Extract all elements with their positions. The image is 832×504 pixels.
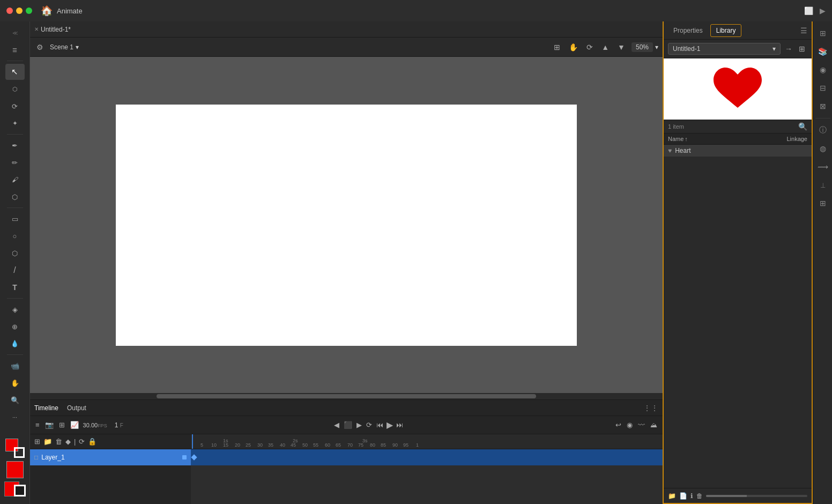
add-folder-btn[interactable]: 📁 [43, 438, 52, 446]
rect-tool[interactable]: ▭ [5, 211, 25, 227]
timeline-layers-row: ⊞ 📁 🗑 ◆ | ⟳ 🔒 □ Layer_1 [30, 434, 663, 504]
stage-canvas[interactable] [116, 105, 577, 346]
play-btn[interactable]: ▶ [387, 420, 393, 430]
frame-back-btn[interactable]: ⏮ [375, 420, 384, 430]
prev-frame-btn[interactable]: ◀ [333, 420, 340, 430]
rotate-icon[interactable]: ⟳ [584, 42, 595, 53]
collapse-panel-btn[interactable]: ≪ [5, 25, 25, 41]
lib-new-btn[interactable]: 📄 [679, 492, 687, 500]
lasso-tool[interactable]: ✦ [5, 115, 25, 131]
close-button[interactable] [6, 8, 13, 14]
select-tool[interactable]: ↖ [5, 64, 25, 80]
maximize-button[interactable] [26, 8, 32, 14]
zoom-dropdown-icon[interactable]: ▾ [655, 43, 658, 51]
playhead[interactable] [192, 434, 193, 449]
hand-nav-icon[interactable]: ✋ [567, 42, 580, 53]
tick-20: 20 [235, 442, 240, 448]
active-tab-label[interactable]: Untitled-1* [41, 26, 71, 33]
delete-layer-btn[interactable]: 🗑 [55, 438, 62, 446]
lib-info-btn[interactable]: ℹ [690, 492, 693, 500]
hand-tool[interactable]: ✋ [5, 375, 25, 391]
ink-bottle-tool[interactable]: ⊕ [5, 318, 25, 335]
library-selector[interactable]: Untitled-1 ▾ [668, 43, 781, 55]
stroke-color-swatch[interactable] [14, 485, 26, 496]
loop-btn[interactable]: ⟳ [365, 420, 373, 430]
library-tab[interactable]: Library [710, 24, 742, 37]
zoom-value[interactable]: 50% [632, 42, 653, 52]
lib-folder-btn[interactable]: 📁 [668, 492, 676, 500]
color-panel-btn[interactable]: ◍ [815, 141, 830, 156]
adjust-btn[interactable]: ⊞ [58, 420, 66, 430]
info-panel-btn[interactable]: ⓘ [815, 123, 830, 138]
transform-tool[interactable]: ⟳ [5, 98, 25, 114]
timeline-track[interactable] [191, 449, 663, 465]
code-panel-btn[interactable]: ⊞ [815, 196, 830, 211]
timeline-empty [191, 465, 663, 504]
guide-btn[interactable]: ⟳ [79, 438, 85, 446]
minimize-button[interactable] [16, 8, 23, 14]
active-color-swatch[interactable] [6, 461, 24, 478]
graph-panel-btn[interactable]: ⟂ [815, 177, 830, 192]
layer-row[interactable]: □ Layer_1 [30, 449, 191, 465]
pen-tool[interactable]: ✒ [5, 137, 25, 153]
eraser-tool[interactable]: ⬡ [5, 189, 25, 205]
lock-btn[interactable]: 🔒 [88, 438, 96, 446]
eyedropper-tool[interactable]: 💧 [5, 336, 25, 352]
zoom-in-icon[interactable]: ▲ [599, 42, 611, 53]
copy-to-lib-btn[interactable]: ⊞ [797, 43, 807, 54]
next-frame-btn[interactable]: ▶ [355, 420, 363, 430]
zoom-out-icon[interactable]: ▼ [615, 42, 627, 53]
zoom-tool[interactable]: 🔍 [5, 392, 25, 408]
keyframe-btn[interactable]: ◆ [65, 438, 71, 446]
pencil-tool[interactable]: ✏ [5, 154, 25, 171]
timeline-area: Timeline Output ⋮⋮ ≡ 📷 ⊞ 📈 30.00FPS 1 F [30, 399, 663, 504]
align-panel-btn[interactable]: ⊟ [815, 80, 830, 95]
brush-tool[interactable]: 🖌 [5, 172, 25, 188]
transform-panel-btn[interactable]: ⊠ [815, 99, 830, 114]
h-scrollbar[interactable] [30, 393, 663, 399]
assets-panel-btn[interactable]: ◉ [815, 62, 830, 77]
library-empty-space [664, 157, 812, 488]
window-icon[interactable]: ⬜ [804, 6, 813, 15]
fps-label: FPS [98, 423, 107, 428]
easing-btn[interactable]: 〰 [637, 420, 646, 430]
text-tool[interactable]: T [5, 279, 25, 295]
tab-close-btn[interactable]: ✕ [34, 26, 39, 32]
panel-menu-btn[interactable]: ☰ [5, 42, 25, 58]
stroke-color[interactable] [14, 447, 25, 458]
timeline-more-btn[interactable]: ⋮⋮ [643, 404, 658, 412]
properties-tab[interactable]: Properties [668, 25, 708, 36]
line-tool[interactable]: / [5, 262, 25, 278]
more-tools-btn[interactable]: ··· [5, 409, 25, 425]
library-search-btn[interactable]: 🔍 [798, 122, 807, 131]
motion-btn[interactable]: ⛰ [649, 420, 658, 430]
library-item-row[interactable]: ♥ Heart [664, 145, 812, 157]
timeline-tab[interactable]: Timeline [34, 404, 58, 412]
settings-icon[interactable]: ⚙ [34, 42, 46, 53]
fill-tool[interactable]: ◈ [5, 301, 25, 317]
scene-selector[interactable]: Scene 1 ▾ [50, 43, 79, 51]
properties-panel-btn[interactable]: ⊞ [815, 26, 830, 41]
motion-panel-btn[interactable]: ⟿ [815, 159, 830, 174]
video-tool[interactable]: 📹 [5, 358, 25, 374]
camera-btn[interactable]: 📷 [44, 420, 55, 430]
frame-fwd-btn[interactable]: ⏭ [395, 420, 404, 430]
oval-tool[interactable]: ○ [5, 228, 25, 244]
blank-frame-btn[interactable]: | [74, 438, 76, 446]
subselect-tool[interactable]: ⬡ [5, 81, 25, 97]
grid-icon[interactable]: ⊞ [552, 42, 562, 53]
panel-menu-btn[interactable]: ☰ [800, 26, 807, 35]
graph-btn[interactable]: 📈 [69, 420, 80, 430]
library-panel-btn[interactable]: 📚 [815, 44, 830, 59]
new-symbol-btn[interactable]: → [783, 43, 794, 54]
add-layer-btn[interactable]: ⊞ [34, 438, 40, 446]
undo-btn[interactable]: ↩ [614, 420, 622, 430]
output-tab[interactable]: Output [67, 404, 86, 412]
lib-delete-btn[interactable]: 🗑 [696, 492, 703, 500]
stop-btn[interactable]: ⬛ [343, 420, 353, 430]
play-icon[interactable]: ▶ [820, 6, 826, 15]
onion-btn[interactable]: ◉ [626, 420, 634, 430]
h-scrollbar-thumb[interactable] [157, 394, 536, 398]
layers-btn[interactable]: ≡ [34, 420, 41, 430]
poly-tool[interactable]: ⬡ [5, 245, 25, 261]
